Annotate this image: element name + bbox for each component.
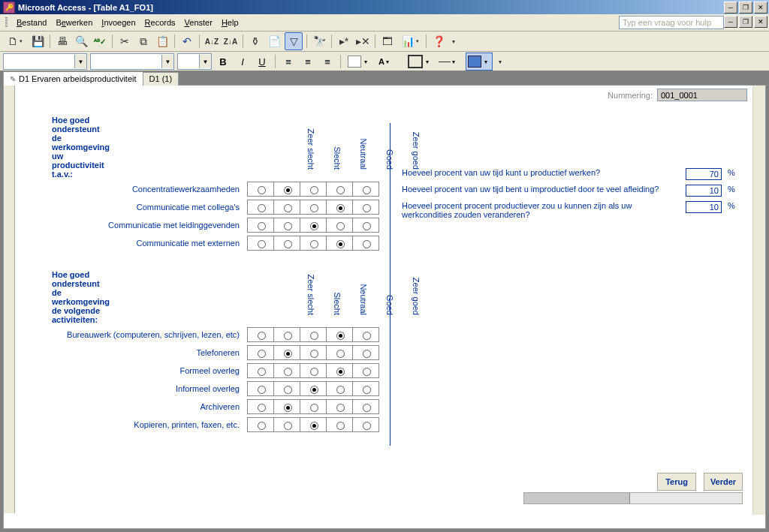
menu-venster[interactable]: Venster xyxy=(180,17,217,29)
close-button[interactable]: ✕ xyxy=(754,2,767,14)
align-center-button[interactable]: ≡ xyxy=(300,53,316,70)
font-color-button[interactable]: A▾ xyxy=(375,53,403,71)
window-title: Microsoft Access - [Table A1_FO1] xyxy=(18,3,722,12)
line-width-button[interactable]: ▾ xyxy=(436,53,463,71)
align-right-button[interactable]: ≡ xyxy=(319,53,336,70)
restore-button[interactable]: ❐ xyxy=(739,2,752,14)
fill-color-button[interactable]: ▾ xyxy=(345,53,372,71)
toolbar-grip[interactable] xyxy=(3,17,9,29)
filter-form-button[interactable]: 📄 xyxy=(266,33,282,50)
underline-button[interactable]: U xyxy=(254,53,270,70)
print-preview-button[interactable]: 🔍 xyxy=(73,33,89,50)
doc-close-button[interactable]: ✕ xyxy=(754,16,767,28)
database-window-button[interactable]: 🗔 xyxy=(379,33,396,50)
format-toolbar-options-button[interactable]: ▾ xyxy=(496,53,505,70)
help-search-box[interactable]: Typ een vraag voor hulp xyxy=(619,16,724,29)
new-object-button[interactable]: 📊▾ xyxy=(398,33,422,50)
help-button[interactable]: ❓ xyxy=(430,33,447,50)
menu-bewerken[interactable]: Bewerken xyxy=(51,17,97,29)
menu-help[interactable]: Help xyxy=(217,17,243,29)
titlebar: 🔑 Microsoft Access - [Table A1_FO1] ─ ❐ … xyxy=(0,0,769,14)
sort-asc-button[interactable]: A↓Z xyxy=(204,33,220,50)
bold-button[interactable]: B xyxy=(215,53,231,70)
sort-desc-button[interactable]: Z↓A xyxy=(222,33,239,50)
italic-button[interactable]: I xyxy=(234,53,251,70)
new-record-button[interactable]: ▸* xyxy=(336,33,352,50)
spelling-button[interactable]: ᴬᴮ✓ xyxy=(92,33,108,50)
doc-restore-button[interactable]: ❐ xyxy=(739,16,752,28)
tab-d1-ervaren[interactable]: ✎D1 Ervaren arbeidsproductiviteit xyxy=(3,71,143,72)
toolbar-options-button[interactable]: ▾ xyxy=(449,33,458,50)
align-left-button[interactable]: ≡ xyxy=(280,53,297,70)
tab-strip: ✎D1 Ervaren arbeidsproductiviteit D1 (1) xyxy=(3,71,178,72)
app-icon: 🔑 xyxy=(3,2,15,14)
fontsize-combo[interactable]: ▼ xyxy=(177,53,212,70)
cut-button[interactable]: ✂ xyxy=(116,33,133,50)
menu-records[interactable]: Records xyxy=(140,17,180,29)
menu-bestand[interactable]: Bestand xyxy=(12,17,51,29)
workspace: ✎D1 Ervaren arbeidsproductiviteit D1 (1)… xyxy=(0,71,769,72)
undo-button[interactable]: ↶ xyxy=(179,33,195,50)
filter-selection-button[interactable]: ⚱ xyxy=(247,33,264,50)
print-button[interactable]: 🖶 xyxy=(54,33,71,50)
view-button[interactable]: 🗋▾ xyxy=(3,33,27,50)
apply-filter-button[interactable]: ▽ xyxy=(285,32,303,50)
menubar: Bestand Bewerken Invoegen Records Venste… xyxy=(0,14,769,32)
menu-invoegen[interactable]: Invoegen xyxy=(97,17,140,29)
object-combo[interactable]: ▼ xyxy=(3,53,87,70)
special-effect-button[interactable]: ▾ xyxy=(466,53,493,71)
paste-button[interactable]: 📋 xyxy=(154,33,170,50)
delete-record-button[interactable]: ▸✕ xyxy=(354,33,371,50)
line-color-button[interactable]: ▾ xyxy=(406,53,433,71)
minimize-button[interactable]: ─ xyxy=(724,2,737,14)
find-button[interactable]: 🔭 xyxy=(311,33,327,50)
doc-minimize-button[interactable]: ─ xyxy=(724,16,737,28)
save-button[interactable]: 💾 xyxy=(29,33,46,50)
format-toolbar: ▼ ▼ ▼ B I U ≡ ≡ ≡ ▾ A▾ ▾ ▾ ▾ ▾ xyxy=(0,52,769,72)
font-combo[interactable]: ▼ xyxy=(90,53,174,70)
copy-button[interactable]: ⧉ xyxy=(135,33,152,50)
main-toolbar: 🗋▾ 💾 🖶 🔍 ᴬᴮ✓ ✂ ⧉ 📋 ↶ A↓Z Z↓A ⚱ 📄 ▽ 🔭 ▸* … xyxy=(0,32,769,52)
